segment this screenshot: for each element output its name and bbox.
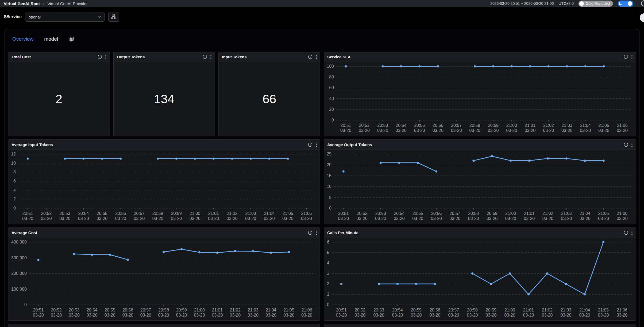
svg-text:03-20: 03-20 bbox=[506, 128, 517, 133]
svg-text:12: 12 bbox=[11, 152, 16, 156]
svg-text:20:56: 20:56 bbox=[431, 211, 442, 216]
svg-text:21:06: 21:06 bbox=[617, 123, 628, 128]
cut-off-control[interactable] bbox=[640, 13, 644, 22]
svg-text:21:02: 21:02 bbox=[542, 211, 553, 216]
panel-average-input-tokens: Average Input Tokens 02468101220:5103-20… bbox=[8, 139, 320, 224]
svg-text:03-20: 03-20 bbox=[504, 313, 515, 317]
panel-total-cost: Total Cost 2 bbox=[8, 52, 110, 136]
topology-button[interactable] bbox=[108, 12, 119, 22]
svg-text:25: 25 bbox=[327, 152, 331, 156]
svg-text:03-20: 03-20 bbox=[449, 216, 460, 221]
panel-title: Input Tokens bbox=[222, 55, 246, 59]
svg-text:20:53: 20:53 bbox=[60, 211, 70, 216]
svg-text:03-20: 03-20 bbox=[171, 216, 182, 221]
svg-text:03-20: 03-20 bbox=[69, 313, 80, 317]
panel-average-cost: Average Cost 0100,000200,000300,000400,0… bbox=[8, 227, 320, 321]
panel-input-tokens: Input Tokens 66 bbox=[218, 52, 320, 136]
svg-text:03-20: 03-20 bbox=[617, 313, 628, 317]
svg-text:03-20: 03-20 bbox=[78, 216, 89, 221]
svg-text:21:05: 21:05 bbox=[284, 308, 294, 312]
service-select[interactable]: openai bbox=[25, 12, 105, 22]
breadcrumb-separator-icon: › bbox=[43, 1, 44, 6]
kebab-menu-icon[interactable] bbox=[631, 55, 633, 59]
info-icon[interactable] bbox=[308, 55, 313, 59]
kebab-menu-icon[interactable] bbox=[316, 142, 317, 147]
kebab-menu-icon[interactable] bbox=[631, 142, 633, 147]
svg-text:20:55: 20:55 bbox=[414, 123, 425, 128]
timezone-selector[interactable]: UTC+8.0 bbox=[558, 1, 573, 6]
svg-text:03-20: 03-20 bbox=[617, 128, 628, 133]
svg-text:20:54: 20:54 bbox=[87, 308, 97, 312]
svg-text:03-20: 03-20 bbox=[580, 216, 591, 221]
svg-text:20:58: 20:58 bbox=[158, 308, 169, 312]
svg-text:03-20: 03-20 bbox=[468, 216, 479, 221]
kebab-menu-icon[interactable] bbox=[316, 55, 317, 59]
toggle-knob bbox=[579, 1, 584, 6]
info-icon[interactable] bbox=[624, 230, 628, 235]
svg-text:21:04: 21:04 bbox=[580, 123, 591, 128]
svg-text:20:59: 20:59 bbox=[171, 211, 182, 216]
svg-text:03-20: 03-20 bbox=[152, 216, 163, 221]
theme-toggle[interactable] bbox=[618, 1, 633, 7]
cut-off-control[interactable] bbox=[641, 0, 644, 6]
info-icon[interactable] bbox=[308, 142, 313, 147]
stat-value: 66 bbox=[263, 92, 276, 106]
average-cost-chart[interactable]: 0100,000200,000300,000400,00020:5103-202… bbox=[8, 238, 320, 321]
svg-text:03-20: 03-20 bbox=[523, 313, 534, 317]
svg-text:03-20: 03-20 bbox=[488, 128, 499, 133]
svg-text:21:06: 21:06 bbox=[617, 211, 627, 216]
svg-text:20:56: 20:56 bbox=[433, 123, 443, 128]
svg-text:200,000: 200,000 bbox=[11, 271, 27, 276]
breadcrumb-root-link[interactable]: Virtual-GenAI-Root bbox=[4, 1, 40, 6]
kebab-menu-icon[interactable] bbox=[316, 230, 317, 235]
svg-text:03-20: 03-20 bbox=[245, 216, 256, 221]
panel-title: Calls Per Minute bbox=[327, 230, 358, 235]
svg-text:03-20: 03-20 bbox=[301, 313, 312, 317]
average-output-tokens-chart[interactable]: 051015202520:5103-2020:5203-2020:5303-20… bbox=[324, 150, 636, 224]
kebab-menu-icon[interactable] bbox=[105, 55, 106, 59]
svg-text:03-20: 03-20 bbox=[411, 313, 422, 317]
svg-text:21:02: 21:02 bbox=[542, 308, 553, 312]
svg-text:03-20: 03-20 bbox=[282, 216, 293, 221]
svg-text:20:59: 20:59 bbox=[486, 308, 496, 312]
average-input-tokens-chart[interactable]: 02468101220:5103-2020:5203-2020:5303-202… bbox=[8, 150, 320, 224]
info-icon[interactable] bbox=[98, 55, 102, 59]
svg-text:03-20: 03-20 bbox=[580, 128, 591, 133]
info-icon[interactable] bbox=[308, 230, 313, 235]
copy-icon[interactable] bbox=[69, 36, 75, 42]
panel-title: Total Cost bbox=[11, 55, 31, 59]
cold-excluded-toggle[interactable]: Cold Excluded bbox=[579, 1, 613, 7]
svg-text:03-20: 03-20 bbox=[33, 313, 44, 317]
svg-text:20:56: 20:56 bbox=[430, 308, 440, 312]
svg-text:20:57: 20:57 bbox=[134, 211, 145, 216]
info-icon[interactable] bbox=[203, 55, 207, 59]
svg-text:20:55: 20:55 bbox=[411, 308, 422, 312]
info-icon[interactable] bbox=[624, 55, 628, 59]
service-sla-chart[interactable]: 02040608010020:5103-2020:5203-2020:5303-… bbox=[324, 62, 636, 136]
svg-text:20:51: 20:51 bbox=[338, 211, 349, 216]
svg-text:60: 60 bbox=[329, 85, 334, 90]
svg-text:03-20: 03-20 bbox=[264, 216, 275, 221]
svg-text:20:55: 20:55 bbox=[97, 211, 107, 216]
svg-text:20:54: 20:54 bbox=[396, 123, 406, 128]
svg-text:03-20: 03-20 bbox=[87, 313, 98, 317]
tab-model[interactable]: model bbox=[44, 36, 58, 42]
info-icon[interactable] bbox=[624, 142, 628, 147]
svg-text:4: 4 bbox=[13, 188, 16, 192]
svg-text:03-20: 03-20 bbox=[115, 216, 126, 221]
svg-text:21:04: 21:04 bbox=[579, 308, 590, 312]
panel-title: Service SLA bbox=[327, 55, 351, 59]
svg-text:20:52: 20:52 bbox=[51, 308, 61, 312]
svg-text:20:55: 20:55 bbox=[105, 308, 115, 312]
kebab-menu-icon[interactable] bbox=[631, 230, 633, 235]
calls-per-minute-chart[interactable]: 012345620:5103-2020:5203-2020:5303-2020:… bbox=[324, 238, 636, 321]
svg-text:10: 10 bbox=[11, 161, 16, 165]
svg-text:21:05: 21:05 bbox=[598, 308, 609, 312]
svg-text:03-20: 03-20 bbox=[414, 128, 425, 133]
stat-value: 2 bbox=[56, 92, 63, 106]
svg-text:0: 0 bbox=[13, 206, 16, 210]
time-range-picker[interactable]: 2026-03-20 20:51 ~ 2026-03-20 21:06 bbox=[490, 1, 554, 6]
kebab-menu-icon[interactable] bbox=[210, 55, 211, 59]
tab-overview[interactable]: Overview bbox=[12, 36, 33, 42]
svg-text:400,000: 400,000 bbox=[11, 240, 27, 244]
